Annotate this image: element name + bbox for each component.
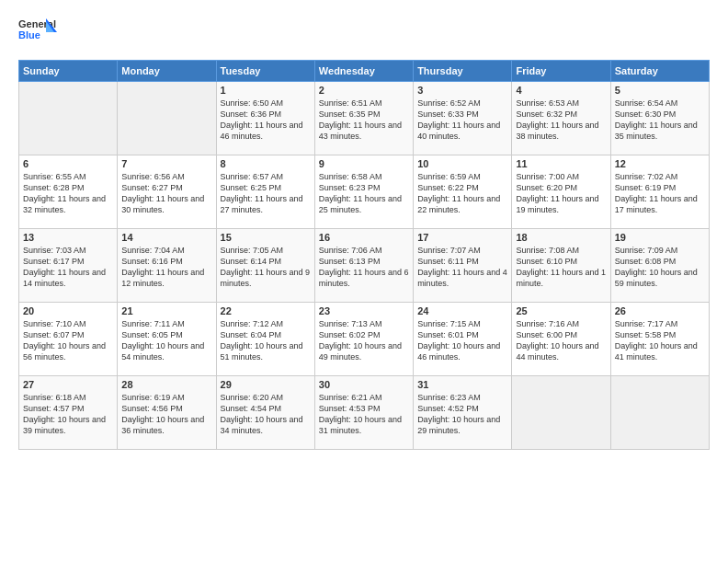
cell-sun-info: Sunrise: 7:06 AMSunset: 6:13 PMDaylight:… xyxy=(319,245,409,290)
calendar-cell: 26Sunrise: 7:17 AMSunset: 5:58 PMDayligh… xyxy=(610,303,709,376)
weekday-header-friday: Friday xyxy=(512,61,610,82)
calendar-cell: 11Sunrise: 7:00 AMSunset: 6:20 PMDayligh… xyxy=(512,155,610,229)
weekday-header-sunday: Sunday xyxy=(19,61,118,82)
weekday-header-wednesday: Wednesday xyxy=(314,61,413,82)
day-number: 14 xyxy=(121,232,211,243)
cell-sun-info: Sunrise: 7:04 AMSunset: 6:16 PMDaylight:… xyxy=(121,245,211,290)
cell-sun-info: Sunrise: 7:13 AMSunset: 6:02 PMDaylight:… xyxy=(319,318,409,363)
calendar-cell: 15Sunrise: 7:05 AMSunset: 6:14 PMDayligh… xyxy=(216,229,314,303)
day-number: 30 xyxy=(319,379,409,390)
calendar-cell: 29Sunrise: 6:20 AMSunset: 4:54 PMDayligh… xyxy=(216,376,314,450)
weekday-header-saturday: Saturday xyxy=(610,61,709,82)
weekday-header-monday: Monday xyxy=(118,61,216,82)
cell-sun-info: Sunrise: 7:00 AMSunset: 6:20 PMDaylight:… xyxy=(516,171,606,216)
calendar-week-1: 1Sunrise: 6:50 AMSunset: 6:36 PMDaylight… xyxy=(19,82,710,155)
calendar-cell: 21Sunrise: 7:11 AMSunset: 6:05 PMDayligh… xyxy=(118,303,216,376)
cell-sun-info: Sunrise: 7:08 AMSunset: 6:10 PMDaylight:… xyxy=(516,245,606,290)
day-number: 25 xyxy=(516,305,606,316)
cell-sun-info: Sunrise: 6:53 AMSunset: 6:32 PMDaylight:… xyxy=(516,98,606,143)
cell-sun-info: Sunrise: 6:58 AMSunset: 6:23 PMDaylight:… xyxy=(319,171,409,216)
calendar-cell: 18Sunrise: 7:08 AMSunset: 6:10 PMDayligh… xyxy=(512,229,610,303)
cell-sun-info: Sunrise: 7:16 AMSunset: 6:00 PMDaylight:… xyxy=(516,318,606,363)
day-number: 6 xyxy=(23,158,113,169)
calendar-cell xyxy=(19,82,118,155)
calendar-cell: 14Sunrise: 7:04 AMSunset: 6:16 PMDayligh… xyxy=(118,229,216,303)
day-number: 21 xyxy=(121,305,211,316)
calendar-cell: 16Sunrise: 7:06 AMSunset: 6:13 PMDayligh… xyxy=(314,229,413,303)
calendar-cell: 19Sunrise: 7:09 AMSunset: 6:08 PMDayligh… xyxy=(610,229,709,303)
day-number: 11 xyxy=(516,158,606,169)
calendar-cell: 10Sunrise: 6:59 AMSunset: 6:22 PMDayligh… xyxy=(414,155,512,229)
calendar-cell: 5Sunrise: 6:54 AMSunset: 6:30 PMDaylight… xyxy=(610,82,709,155)
calendar-week-5: 27Sunrise: 6:18 AMSunset: 4:57 PMDayligh… xyxy=(19,376,710,450)
calendar-cell: 12Sunrise: 7:02 AMSunset: 6:19 PMDayligh… xyxy=(610,155,709,229)
cell-sun-info: Sunrise: 6:56 AMSunset: 6:27 PMDaylight:… xyxy=(121,171,211,216)
cell-sun-info: Sunrise: 6:59 AMSunset: 6:22 PMDaylight:… xyxy=(417,171,507,216)
cell-sun-info: Sunrise: 7:17 AMSunset: 5:58 PMDaylight:… xyxy=(615,318,705,363)
calendar-cell: 6Sunrise: 6:55 AMSunset: 6:28 PMDaylight… xyxy=(19,155,118,229)
day-number: 27 xyxy=(23,379,113,390)
day-number: 15 xyxy=(221,232,311,243)
cell-sun-info: Sunrise: 6:23 AMSunset: 4:52 PMDaylight:… xyxy=(417,392,507,437)
day-number: 8 xyxy=(221,158,311,169)
weekday-header-row: SundayMondayTuesdayWednesdayThursdayFrid… xyxy=(19,61,710,82)
day-number: 9 xyxy=(319,158,409,169)
day-number: 7 xyxy=(121,158,211,169)
cell-sun-info: Sunrise: 6:52 AMSunset: 6:33 PMDaylight:… xyxy=(417,98,507,143)
calendar-cell: 28Sunrise: 6:19 AMSunset: 4:56 PMDayligh… xyxy=(118,376,216,450)
weekday-header-tuesday: Tuesday xyxy=(216,61,314,82)
day-number: 23 xyxy=(319,305,409,316)
calendar-cell: 13Sunrise: 7:03 AMSunset: 6:17 PMDayligh… xyxy=(19,229,118,303)
page: GeneralBlue SundayMondayTuesdayWednesday… xyxy=(0,0,728,563)
cell-sun-info: Sunrise: 6:19 AMSunset: 4:56 PMDaylight:… xyxy=(121,392,211,437)
cell-sun-info: Sunrise: 7:12 AMSunset: 6:04 PMDaylight:… xyxy=(221,318,311,363)
day-number: 2 xyxy=(319,85,409,96)
calendar-cell xyxy=(118,82,216,155)
calendar-cell: 2Sunrise: 6:51 AMSunset: 6:35 PMDaylight… xyxy=(314,82,413,155)
calendar-cell: 1Sunrise: 6:50 AMSunset: 6:36 PMDaylight… xyxy=(216,82,314,155)
day-number: 1 xyxy=(221,85,311,96)
calendar-week-3: 13Sunrise: 7:03 AMSunset: 6:17 PMDayligh… xyxy=(19,229,710,303)
calendar-cell: 22Sunrise: 7:12 AMSunset: 6:04 PMDayligh… xyxy=(216,303,314,376)
calendar-cell: 7Sunrise: 6:56 AMSunset: 6:27 PMDaylight… xyxy=(118,155,216,229)
cell-sun-info: Sunrise: 6:54 AMSunset: 6:30 PMDaylight:… xyxy=(615,98,705,143)
day-number: 20 xyxy=(23,305,113,316)
logo: GeneralBlue xyxy=(18,14,57,52)
calendar-cell: 30Sunrise: 6:21 AMSunset: 4:53 PMDayligh… xyxy=(314,376,413,450)
day-number: 19 xyxy=(615,232,705,243)
cell-sun-info: Sunrise: 7:07 AMSunset: 6:11 PMDaylight:… xyxy=(417,245,507,290)
calendar-cell: 17Sunrise: 7:07 AMSunset: 6:11 PMDayligh… xyxy=(414,229,512,303)
calendar-cell: 27Sunrise: 6:18 AMSunset: 4:57 PMDayligh… xyxy=(19,376,118,450)
calendar-cell: 20Sunrise: 7:10 AMSunset: 6:07 PMDayligh… xyxy=(19,303,118,376)
day-number: 26 xyxy=(615,305,705,316)
cell-sun-info: Sunrise: 7:10 AMSunset: 6:07 PMDaylight:… xyxy=(23,318,113,363)
calendar-cell: 8Sunrise: 6:57 AMSunset: 6:25 PMDaylight… xyxy=(216,155,314,229)
cell-sun-info: Sunrise: 6:18 AMSunset: 4:57 PMDaylight:… xyxy=(23,392,113,437)
cell-sun-info: Sunrise: 7:03 AMSunset: 6:17 PMDaylight:… xyxy=(23,245,113,290)
header: GeneralBlue xyxy=(18,14,710,52)
calendar-cell: 31Sunrise: 6:23 AMSunset: 4:52 PMDayligh… xyxy=(414,376,512,450)
cell-sun-info: Sunrise: 6:57 AMSunset: 6:25 PMDaylight:… xyxy=(221,171,311,216)
day-number: 10 xyxy=(417,158,507,169)
day-number: 3 xyxy=(417,85,507,96)
calendar-cell: 24Sunrise: 7:15 AMSunset: 6:01 PMDayligh… xyxy=(414,303,512,376)
cell-sun-info: Sunrise: 6:21 AMSunset: 4:53 PMDaylight:… xyxy=(319,392,409,437)
day-number: 29 xyxy=(221,379,311,390)
day-number: 17 xyxy=(417,232,507,243)
day-number: 24 xyxy=(417,305,507,316)
svg-text:Blue: Blue xyxy=(18,29,40,40)
calendar-cell: 9Sunrise: 6:58 AMSunset: 6:23 PMDaylight… xyxy=(314,155,413,229)
calendar-week-2: 6Sunrise: 6:55 AMSunset: 6:28 PMDaylight… xyxy=(19,155,710,229)
cell-sun-info: Sunrise: 6:51 AMSunset: 6:35 PMDaylight:… xyxy=(319,98,409,143)
day-number: 4 xyxy=(516,85,606,96)
cell-sun-info: Sunrise: 6:50 AMSunset: 6:36 PMDaylight:… xyxy=(221,98,311,143)
calendar-cell: 3Sunrise: 6:52 AMSunset: 6:33 PMDaylight… xyxy=(414,82,512,155)
cell-sun-info: Sunrise: 7:05 AMSunset: 6:14 PMDaylight:… xyxy=(221,245,311,290)
calendar-cell: 4Sunrise: 6:53 AMSunset: 6:32 PMDaylight… xyxy=(512,82,610,155)
day-number: 22 xyxy=(221,305,311,316)
day-number: 31 xyxy=(417,379,507,390)
cell-sun-info: Sunrise: 6:20 AMSunset: 4:54 PMDaylight:… xyxy=(221,392,311,437)
day-number: 16 xyxy=(319,232,409,243)
cell-sun-info: Sunrise: 7:09 AMSunset: 6:08 PMDaylight:… xyxy=(615,245,705,290)
calendar-cell xyxy=(610,376,709,450)
